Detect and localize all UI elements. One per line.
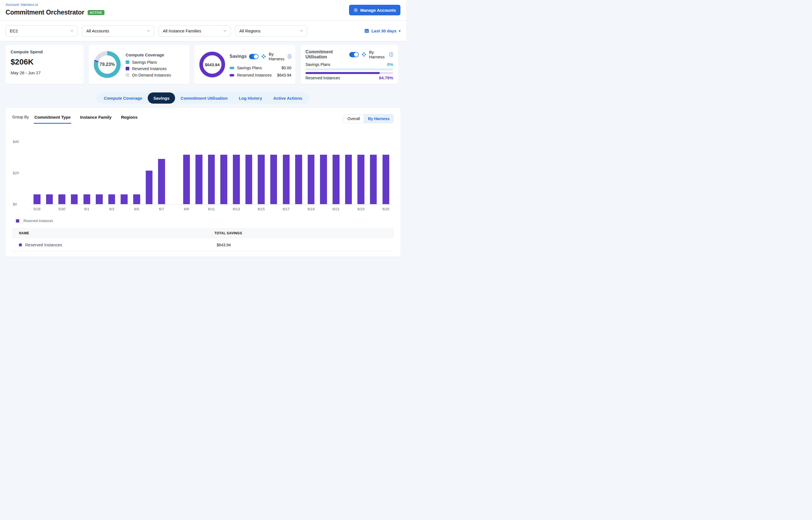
bar-6-9[interactable] — [183, 155, 190, 204]
chart-legend-item[interactable] — [15, 218, 21, 224]
compute-spend-period: May 28 - Jun 27 — [10, 70, 79, 75]
bar-6-6[interactable] — [146, 171, 153, 204]
bar-6-18[interactable] — [295, 155, 302, 204]
chevron-down-icon — [224, 30, 227, 32]
bar-5-28[interactable] — [33, 194, 41, 204]
x-axis-label — [93, 207, 106, 211]
savings-donut-chart: $643.94 — [199, 52, 225, 77]
bar-6-14[interactable] — [245, 155, 253, 204]
bar-6-3[interactable] — [108, 194, 115, 204]
coverage-donut-chart: 79.23% — [94, 51, 121, 78]
bar-slot — [143, 141, 156, 204]
accounts-select[interactable]: All Accounts — [82, 25, 154, 36]
page-header: Account: Harness.io Commitment Orchestra… — [0, 0, 406, 21]
date-range-picker[interactable]: Last 30 days ▾ — [364, 28, 400, 33]
by-harness-label: By Harness — [369, 50, 387, 59]
coverage-percent: 79.23% — [94, 51, 121, 78]
overall-byharness-switch: OverallBy Harness — [343, 114, 394, 123]
bar-slot — [342, 141, 355, 204]
view-overall[interactable]: Overall — [344, 114, 364, 123]
savings-title: Savings — [230, 54, 246, 59]
bar-slot — [205, 141, 218, 204]
x-axis-label: 6/3 — [106, 207, 118, 211]
savings-panel: Group By Commitment TypeInstance FamilyR… — [6, 108, 400, 257]
bar-6-19[interactable] — [308, 155, 315, 204]
coverage-legend-item: On Demand Instances — [126, 73, 171, 77]
x-axis-label: 6/9 — [180, 207, 193, 211]
tab-log-history[interactable]: Log History — [233, 93, 267, 104]
bar-5-31[interactable] — [71, 194, 78, 204]
bar-6-12[interactable] — [220, 155, 227, 204]
x-axis-label: 6/13 — [230, 207, 243, 211]
y-axis-tick: $40 — [13, 140, 27, 144]
tab-active-actions[interactable]: Active Actions — [268, 93, 308, 104]
table-cell-total-savings: $643.94 — [214, 243, 394, 247]
bar-5-30[interactable] — [58, 194, 66, 204]
manage-accounts-button[interactable]: Manage Accounts — [349, 5, 400, 15]
service-select[interactable]: EC2 — [6, 25, 78, 36]
bar-6-25[interactable] — [383, 155, 390, 204]
y-axis-tick: $20 — [13, 171, 27, 175]
section-tabs: Compute CoverageSavingsCommitment Utilis… — [97, 93, 309, 104]
x-axis-label — [217, 207, 230, 211]
info-icon[interactable]: i — [288, 54, 291, 59]
caret-down-icon: ▾ — [399, 29, 400, 33]
bar-6-17[interactable] — [283, 155, 290, 204]
bar-6-4[interactable] — [121, 194, 128, 204]
bar-6-13[interactable] — [233, 155, 240, 204]
groupby-instance-family[interactable]: Instance Family — [80, 114, 112, 123]
bar-6-24[interactable] — [370, 155, 377, 204]
by-harness-label: By Harness — [269, 52, 285, 61]
bar-slot — [355, 141, 367, 204]
account-breadcrumb-link[interactable]: Account: Harness.io — [6, 2, 400, 7]
regions-select[interactable]: All Regions — [235, 25, 307, 36]
bar-6-10[interactable] — [195, 155, 203, 204]
chart-legend-label: Reserved Instances — [23, 219, 53, 223]
x-axis-label — [118, 207, 130, 211]
x-axis-label — [243, 207, 255, 211]
groupby-commitment-type[interactable]: Commitment Type — [34, 114, 71, 124]
bar-6-23[interactable] — [358, 155, 364, 204]
bar-6-7[interactable] — [158, 159, 165, 204]
bar-6-21[interactable] — [333, 155, 340, 204]
groupby-regions[interactable]: Regions — [120, 114, 138, 123]
tab-compute-coverage[interactable]: Compute Coverage — [98, 93, 148, 104]
bar-6-16[interactable] — [270, 155, 277, 204]
table-header-name: NAME — [12, 231, 214, 235]
reserved-instances-utilisation-bar — [306, 72, 393, 74]
savings-breakdown-row: Savings Plans$0.00 — [230, 66, 291, 70]
bar-6-5[interactable] — [133, 194, 140, 204]
bar-slot — [130, 141, 143, 204]
tab-savings[interactable]: Savings — [148, 93, 175, 104]
compute-coverage-card: 79.23% Compute Coverage Savings PlansRes… — [89, 45, 189, 84]
tab-commitment-utilisation[interactable]: Commitment Utilisation — [175, 93, 233, 104]
info-icon[interactable]: i — [389, 52, 393, 57]
bar-5-29[interactable] — [46, 194, 53, 204]
by-harness-toggle[interactable] — [349, 52, 359, 57]
bar-slot — [118, 141, 130, 204]
bar-slot — [81, 141, 93, 204]
x-axis-label: 6/5 — [130, 207, 143, 211]
bar-6-1[interactable] — [83, 194, 90, 204]
savings-bar-chart: $0$20$40 5/285/306/16/36/56/76/96/116/13… — [31, 141, 392, 211]
view-by-harness[interactable]: By Harness — [364, 114, 393, 123]
table-cell-name: Reserved Instances — [12, 242, 214, 247]
bar-slot — [106, 141, 118, 204]
bar-6-11[interactable] — [208, 155, 215, 204]
gear-icon — [353, 8, 358, 12]
savings-row-label: Savings Plans — [237, 66, 279, 70]
util-reserved-instances-value: 84.79% — [379, 75, 393, 80]
bar-6-20[interactable] — [320, 155, 327, 204]
group-by-label: Group By — [12, 114, 29, 119]
legend-label: Savings Plans — [132, 60, 157, 64]
bar-slot — [155, 141, 168, 204]
bar-6-15[interactable] — [258, 155, 265, 204]
bar-6-22[interactable] — [345, 155, 352, 204]
bar-6-2[interactable] — [96, 194, 103, 204]
instance-families-select[interactable]: All Instance Families — [159, 25, 231, 36]
compute-spend-value: $206K — [10, 57, 79, 67]
bar-slot — [330, 141, 342, 204]
by-harness-toggle[interactable] — [249, 54, 259, 59]
savings-row-label: Reserved Instances — [237, 73, 274, 77]
page-title: Commitment Orchestrator — [6, 9, 84, 16]
